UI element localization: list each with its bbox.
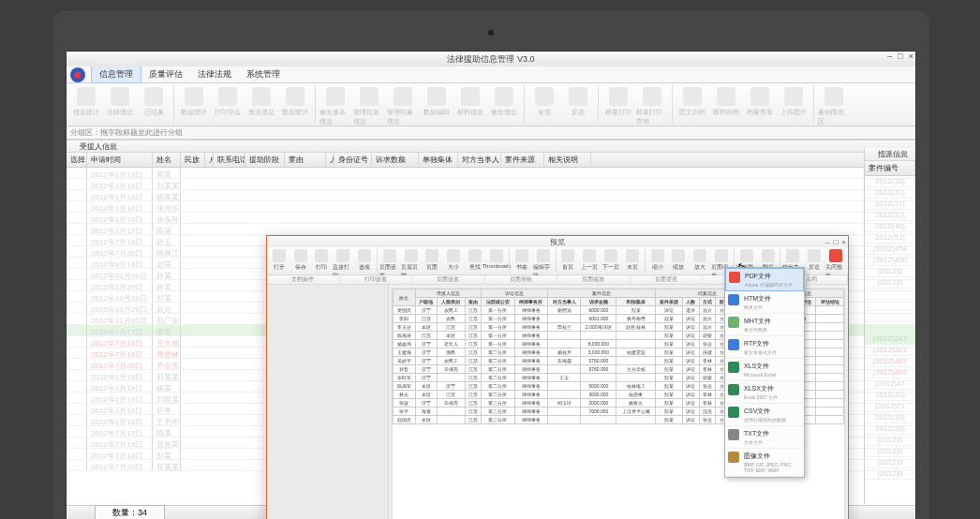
case-number-cell[interactable]: 2012(31) [865, 187, 915, 199]
ribbon-btn-19[interactable]: 档案查看 [744, 85, 776, 117]
export-pdf[interactable]: PDF文件Adobe 可编辑PDF文件 [725, 268, 804, 291]
ribbon-btn-6[interactable]: 数据统计 [279, 85, 311, 117]
preview-toolbar-30[interactable]: 发送 [804, 248, 824, 272]
col-0[interactable]: 选择 [67, 153, 87, 167]
menu-system[interactable]: 系统管理 [239, 67, 288, 82]
export-mht[interactable]: MHT文件单文件网页 [725, 314, 804, 336]
preview-minimize-button[interactable]: – [825, 238, 829, 246]
menu-quality[interactable]: 质量评估 [141, 67, 190, 82]
table-row[interactable]: 2012年1月16日余东玲 [67, 213, 915, 224]
ribbon-btn-1[interactable]: 法律信息 [104, 85, 136, 117]
preview-toolbar-0[interactable]: 打开 [269, 248, 290, 272]
case-number-cell[interactable]: (2012)0 [865, 277, 915, 289]
export-xls[interactable]: XLS文件Microsoft Excel [725, 359, 804, 381]
case-number-cell[interactable]: (2012)457 [865, 356, 915, 367]
ribbon-btn-7[interactable]: 修改基本信息 [319, 85, 351, 126]
case-number-cell[interactable]: (2012)0 [865, 468, 915, 480]
case-number-cell[interactable]: (2012)47 [865, 378, 915, 390]
col-2[interactable]: 姓名 [153, 153, 181, 167]
ribbon-btn-8[interactable]: 管理指派信息 [353, 85, 385, 126]
ribbon-btn-2[interactable]: 已结案 [138, 85, 170, 117]
export-rtf[interactable]: RTF文件富文本格式文件 [725, 336, 804, 359]
menu-laws[interactable]: 法律法规 [190, 67, 239, 82]
preview-toolbar-16[interactable]: 首页 [558, 248, 579, 272]
case-number-cell[interactable] [865, 311, 915, 322]
export-xlsx[interactable]: XLSX文件Excel 2007 文件 [725, 381, 804, 404]
col-5[interactable]: 联系电话 [214, 153, 245, 167]
preview-close-button[interactable]: × [841, 238, 846, 246]
ribbon-btn-16[interactable]: 标签打印查询 [636, 85, 668, 126]
preview-toolbar-1[interactable]: 保存 [290, 248, 311, 272]
ribbon-btn-20[interactable]: 上传图片 [778, 85, 809, 117]
ribbon-btn-12[interactable]: 修改信息 [488, 85, 520, 117]
ribbon-btn-3[interactable]: 数据统计 [178, 85, 210, 117]
preview-toolbar-17[interactable]: 上一页 [579, 248, 600, 272]
col-4[interactable]: 户籍地 [205, 153, 214, 167]
case-number-cell[interactable]: 2012(40) [865, 221, 915, 232]
preview-thumbnail-panel[interactable] [267, 285, 389, 519]
preview-toolbar-9[interactable]: 大小 [443, 248, 464, 272]
ribbon-btn-4[interactable]: 打印导出 [212, 85, 244, 117]
col-7[interactable]: 案由 [285, 153, 326, 167]
table-row[interactable]: 2012年1月16日张光乐 [67, 201, 915, 213]
preview-toolbar-21[interactable]: 缩小 [647, 248, 668, 272]
ribbon-btn-13[interactable]: 全选 [528, 85, 560, 117]
case-number-cell[interactable]: (2012)454 [865, 244, 915, 255]
preview-toolbar-18[interactable]: 下一页 [601, 248, 621, 272]
maximize-button[interactable]: □ [898, 52, 902, 61]
case-number-cell[interactable] [865, 289, 915, 300]
col-3[interactable]: 民族 [181, 153, 205, 167]
case-number-cell[interactable]: 2012(30) [865, 412, 915, 423]
case-number-cell[interactable] [865, 322, 915, 334]
case-number-cell[interactable]: 2012(31) [865, 210, 915, 221]
col-11[interactable]: 单独集体 [419, 153, 458, 167]
case-number-cell[interactable]: 2012(30) [865, 390, 915, 401]
export-format-menu[interactable]: PDF文件Adobe 可编辑PDF文件HTM文件网页文件MHT文件单文件网页RT… [724, 267, 805, 478]
ribbon-btn-21[interactable]: 案例阅览区 [818, 85, 850, 126]
col-9[interactable]: 身份证号 [334, 153, 372, 167]
table-row[interactable]: 2012年1月17日陈波 [67, 224, 915, 235]
case-number-cell[interactable]: 2012(31) [865, 199, 915, 210]
col-13[interactable]: 案件来源 [501, 153, 544, 167]
minimize-button[interactable]: – [887, 52, 892, 61]
case-number-cell[interactable] [865, 300, 915, 311]
ribbon-btn-15[interactable]: 标签打印 [602, 85, 634, 117]
col-10[interactable]: 诉求数额 [372, 153, 419, 167]
ribbon-btn-17[interactable]: 图文归档 [676, 85, 708, 117]
preview-toolbar-23[interactable]: 放大 [690, 248, 710, 272]
close-button[interactable]: × [909, 52, 913, 61]
preview-toolbar-19[interactable]: 末页 [622, 248, 643, 272]
case-number-cell[interactable]: (2012)0 [865, 266, 915, 277]
preview-toolbar-8[interactable]: 页面 [423, 248, 443, 272]
ribbon-btn-14[interactable]: 反选 [562, 85, 594, 117]
table-row[interactable]: 2012年1月16日刘某某 [67, 179, 915, 190]
col-14[interactable]: 相关说明 [544, 153, 591, 167]
case-number-cell[interactable]: (2012)450 [865, 255, 915, 266]
preview-toolbar-11[interactable]: Thumbnails [486, 248, 507, 269]
preview-toolbar-22[interactable]: 缩放 [668, 248, 689, 272]
ribbon-btn-10[interactable]: 数据编辑 [421, 85, 453, 117]
table-row[interactable]: 2012年1月19日周某 [67, 168, 915, 179]
case-number-cell[interactable]: (2012)0 [865, 435, 915, 446]
case-number-cell[interactable]: (2012)469 [865, 367, 915, 378]
case-number-cell[interactable]: (2012)247 [865, 334, 915, 345]
export-txt[interactable]: TXT文件文本文件 [725, 426, 804, 449]
grouping-bar[interactable]: 分组区：拖字段标题至此进行分组 [67, 126, 915, 140]
case-number-cell[interactable]: (2012)71 [865, 401, 915, 412]
col-1[interactable]: 申请时间 [87, 153, 153, 167]
menu-info-manage[interactable]: 信息管理 [91, 66, 141, 83]
ribbon-btn-0[interactable]: 信息统计 [70, 85, 102, 117]
ribbon-btn-9[interactable]: 管理结案信息 [387, 85, 419, 126]
export-htm[interactable]: HTM文件网页文件 [725, 291, 804, 314]
export-csv[interactable]: CSV文件使用分隔符的原数据 [725, 404, 804, 426]
export-img[interactable]: 图像文件BMP, GIF, JPEG, PNG, TIFF, EMF, WMF [725, 449, 804, 477]
case-number-cell[interactable]: (2012)261 [865, 345, 915, 356]
preview-maximize-button[interactable]: □ [833, 238, 838, 246]
case-number-cell[interactable]: 2012(30) [865, 423, 915, 435]
case-number-cell[interactable]: 2012(30) [865, 176, 915, 187]
col-8[interactable]: 人群类别 [326, 153, 334, 167]
ribbon-btn-5[interactable]: 发送信息 [245, 85, 277, 117]
table-row[interactable]: 2012年1月16日杨某某 [67, 190, 915, 201]
col-6[interactable]: 援助阶段 [245, 153, 285, 167]
col-case-no[interactable]: 案件编号 [865, 161, 915, 175]
